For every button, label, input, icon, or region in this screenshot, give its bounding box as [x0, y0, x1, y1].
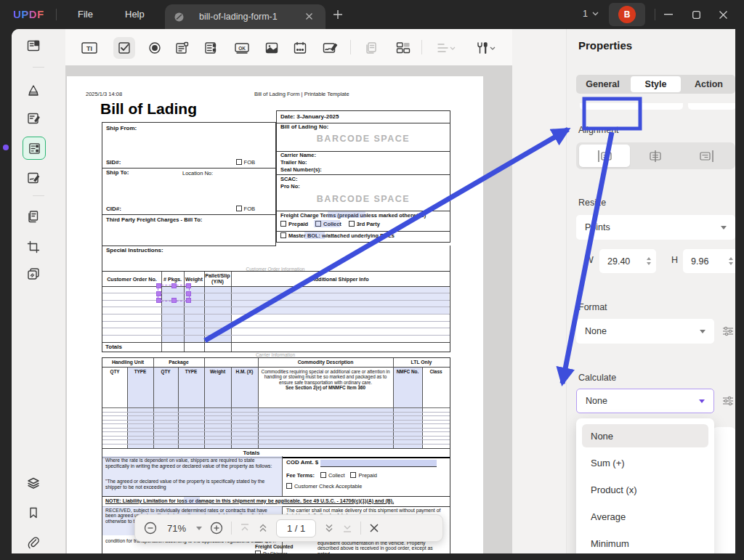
- new-tab-button[interactable]: [333, 9, 343, 20]
- rate-clause-row: Where the rate is dependent on value, sh…: [102, 456, 450, 497]
- bol-no-box: Bill of Lading No: BARCODE SPACE: [276, 122, 450, 152]
- carrier-totals-label: Totals: [211, 450, 291, 456]
- calc-option-product[interactable]: Product (x): [582, 478, 708, 501]
- barcode-space-2: BARCODE SPACE: [277, 194, 450, 204]
- prepare-form-tool-active[interactable]: [23, 137, 46, 160]
- checkbox-tool-icon[interactable]: [113, 37, 135, 59]
- align-fields-icon[interactable]: [432, 37, 461, 59]
- maximize-button[interactable]: [692, 11, 700, 19]
- col-header: Customer Order No.: [102, 276, 161, 283]
- list-box-tool-icon[interactable]: [201, 37, 222, 59]
- tab-action[interactable]: Action: [682, 75, 735, 94]
- calculate-select[interactable]: None: [576, 389, 714, 413]
- reader-mode-icon[interactable]: [23, 35, 44, 57]
- field-layout-grid-icon[interactable]: [392, 37, 414, 59]
- chevron-down-icon: [592, 12, 599, 16]
- zoom-level[interactable]: 71%: [165, 523, 188, 534]
- zoom-dropdown-caret[interactable]: [196, 527, 202, 530]
- menu-file[interactable]: File: [78, 9, 93, 20]
- carrier-name-label: Carrier Name:: [280, 152, 316, 158]
- chevron-down-icon: [490, 46, 496, 50]
- document-canvas[interactable]: 2025/1/3 14:08 Bill of Lading Form | Pri…: [65, 65, 512, 553]
- cod-amt-label: COD Amt. $: [286, 459, 318, 466]
- width-input[interactable]: 29.40: [599, 249, 656, 273]
- pro-no-label: Pro No:: [280, 183, 300, 190]
- signature-field-tool-icon[interactable]: [319, 37, 341, 59]
- print-timestamp: 2025/1/3 14:08: [86, 91, 122, 97]
- calculate-value: None: [586, 396, 607, 406]
- edit-pdf-icon[interactable]: [23, 107, 44, 129]
- calculate-settings-icon[interactable]: [721, 394, 735, 407]
- special-instructions-label: Special Instructions:: [106, 247, 163, 253]
- sign-tool-icon[interactable]: [23, 167, 44, 189]
- close-tab-icon[interactable]: [305, 12, 313, 20]
- barcode-space-1: BARCODE SPACE: [277, 134, 450, 144]
- align-center-button[interactable]: [630, 145, 681, 167]
- align-right-button[interactable]: [682, 145, 732, 167]
- align-left-button[interactable]: [579, 145, 630, 167]
- clipped-control: [580, 103, 683, 110]
- text-field-tool-icon[interactable]: TI: [78, 37, 100, 59]
- avatar: B: [618, 6, 636, 23]
- page-indicator-box[interactable]: 1 / 1: [276, 519, 316, 537]
- form-settings-icon[interactable]: [469, 37, 501, 59]
- calc-option-minimum[interactable]: Minimum: [582, 532, 708, 553]
- first-page-button[interactable]: [240, 523, 250, 533]
- attachments-panel-icon[interactable]: [23, 532, 44, 553]
- tab-general[interactable]: General: [576, 75, 629, 94]
- image-field-tool-icon[interactable]: [261, 37, 283, 59]
- menu-help[interactable]: Help: [125, 9, 145, 20]
- customer-order-table: Customer Order No. # Pkgs. Weight Pallet…: [102, 271, 450, 352]
- col-header: Handling Unit: [102, 360, 153, 365]
- push-button-tool-icon[interactable]: OK: [231, 37, 253, 59]
- resize-unit-select[interactable]: Points: [576, 215, 735, 240]
- last-page-button[interactable]: [342, 523, 352, 533]
- fob-checkbox-2: FOB: [236, 206, 255, 212]
- organize-pages-icon[interactable]: [23, 206, 44, 227]
- dropdown-tool-icon[interactable]: [171, 37, 193, 59]
- zoom-out-button[interactable]: [144, 522, 157, 535]
- customer-check-row: Customer Check Acceptable: [286, 483, 362, 490]
- form-tools-toolbar: TI OK: [65, 29, 512, 66]
- updf-logo[interactable]: UPDF: [13, 8, 44, 20]
- next-page-button[interactable]: [324, 523, 334, 533]
- duplicate-field-icon[interactable]: [360, 37, 382, 59]
- document-tab[interactable]: bill-of-lading-form-1: [165, 4, 326, 29]
- comment-tool-icon[interactable]: [23, 80, 44, 102]
- width-label: W: [585, 255, 594, 265]
- bookmarks-panel-icon[interactable]: [23, 502, 44, 524]
- zoom-in-button[interactable]: [210, 522, 223, 535]
- calc-option-none[interactable]: None: [582, 424, 708, 447]
- minimize-button[interactable]: [664, 14, 673, 15]
- format-select[interactable]: None: [576, 319, 714, 344]
- account-button[interactable]: B: [609, 3, 645, 26]
- format-settings-icon[interactable]: [721, 325, 735, 338]
- app-surface: TI OK: [12, 29, 735, 553]
- date-field-tool-icon[interactable]: [289, 37, 311, 59]
- previous-page-button[interactable]: [258, 523, 268, 533]
- col-header: Weight: [204, 369, 231, 374]
- thumbnails-panel-icon[interactable]: [23, 472, 44, 494]
- selected-form-field[interactable]: [158, 285, 189, 301]
- close-zoombar-button[interactable]: [369, 523, 379, 533]
- close-window-button[interactable]: [719, 11, 727, 19]
- resize-label: Resize: [578, 198, 606, 208]
- height-input[interactable]: 9.96: [683, 249, 735, 273]
- crop-tool-icon[interactable]: [23, 236, 44, 258]
- fob-checkbox: FOB: [236, 159, 255, 166]
- radio-button-tool-icon[interactable]: [144, 37, 166, 59]
- calc-option-average[interactable]: Average: [582, 505, 708, 528]
- col-header: Class: [422, 369, 450, 374]
- pdf-page[interactable]: 2025/1/3 14:08 Bill of Lading Form | Pri…: [67, 76, 483, 553]
- sid-label: SID#:: [106, 159, 121, 166]
- more-tools-icon[interactable]: [23, 263, 44, 285]
- calc-option-sum[interactable]: Sum (+): [582, 451, 708, 474]
- chevron-down-icon: [699, 399, 705, 403]
- ship-to-box: Ship To: Location No: CID#: FOB: [102, 167, 276, 215]
- tab-style[interactable]: Style: [631, 76, 681, 92]
- page-count-dropdown[interactable]: 1: [583, 9, 599, 19]
- width-stepper[interactable]: [647, 257, 651, 265]
- width-value: 29.40: [607, 256, 630, 267]
- height-stepper[interactable]: [729, 257, 733, 265]
- master-bol-box: Master BOL: w/attached underlying BOLs: [276, 231, 450, 243]
